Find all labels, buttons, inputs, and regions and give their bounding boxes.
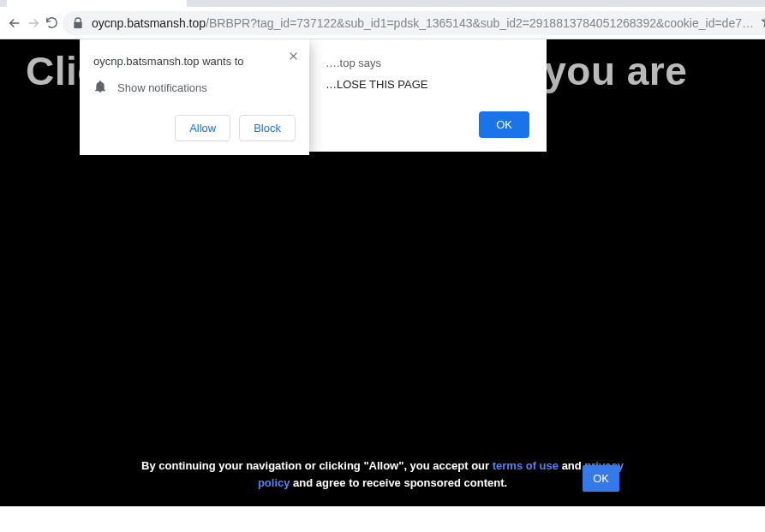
forward-button[interactable] (26, 11, 41, 35)
bookmark-star-icon[interactable] (761, 15, 765, 31)
back-button[interactable] (7, 11, 22, 35)
tab-strip: Confirm Notifications (0, 0, 765, 7)
alert-origin: ….top says (326, 57, 529, 69)
consent-pre: By continuing your navigation or clickin… (141, 459, 493, 472)
page-viewport: Click Allow to confirm that you are By c… (0, 39, 765, 506)
permission-block-button[interactable]: Block (239, 115, 296, 141)
alert-message: …LOSE THIS PAGE (326, 78, 529, 91)
browser-tab[interactable]: Confirm Notifications (7, 0, 187, 7)
bell-icon (93, 80, 107, 96)
permission-allow-button[interactable]: Allow (175, 115, 230, 141)
consent-post: and agree to receive sponsored content. (290, 476, 508, 489)
url-text: oycnp.batsmansh.top/BRBPR?tag_id=737122&… (92, 16, 754, 30)
lock-icon (71, 16, 85, 30)
js-alert-dialog: ….top says …LOSE THIS PAGE OK (308, 39, 547, 152)
consent-mid: and (559, 459, 584, 472)
reload-button[interactable] (45, 11, 59, 35)
new-tab-button[interactable] (192, 0, 216, 4)
browser-toolbar: oycnp.batsmansh.top/BRBPR?tag_id=737122&… (0, 7, 765, 39)
permission-origin: oycnp.batsmansh.top wants to (93, 55, 296, 68)
permission-close-icon[interactable] (285, 48, 301, 63)
permission-row: Show notifications (93, 80, 296, 96)
terms-of-use-link[interactable]: terms of use (493, 459, 559, 472)
consent-ok-button[interactable]: OK (583, 465, 619, 492)
consent-text: By continuing your navigation or clickin… (0, 457, 765, 491)
alert-ok-button[interactable]: OK (479, 111, 529, 138)
notification-permission-dialog: oycnp.batsmansh.top wants to Show notifi… (80, 39, 309, 155)
address-bar[interactable]: oycnp.batsmansh.top/BRBPR?tag_id=737122&… (63, 11, 765, 35)
permission-label: Show notifications (117, 81, 207, 94)
